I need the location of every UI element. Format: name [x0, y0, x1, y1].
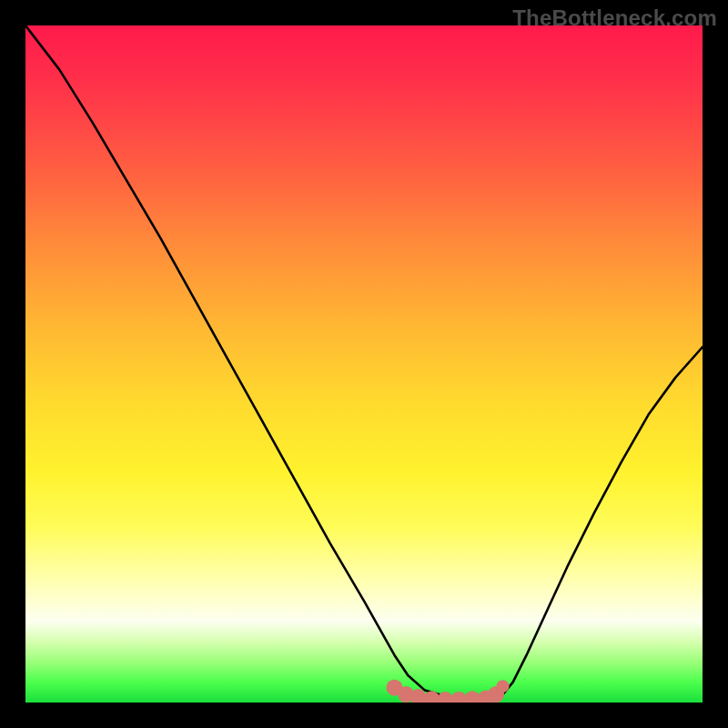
- chart-frame: TheBottleneck.com: [0, 0, 728, 728]
- trough-markers: [386, 680, 504, 703]
- overlay-svg: [25, 25, 703, 703]
- bottleneck-curve: [25, 25, 703, 699]
- plot-area: [25, 25, 703, 703]
- endpoint-marker: [497, 680, 510, 693]
